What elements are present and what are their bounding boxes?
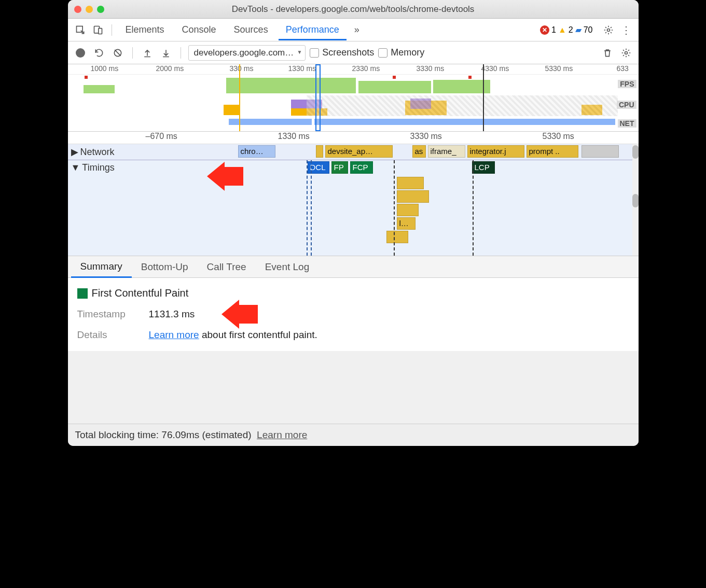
divider	[132, 47, 133, 59]
details-row: Details Learn more about first contentfu…	[77, 329, 629, 341]
warning-count: 2	[569, 25, 573, 35]
recording-selector[interactable]: developers.google.com…	[188, 45, 306, 61]
detail-tabs: Summary Bottom-Up Call Tree Event Log	[68, 256, 639, 278]
spacer	[68, 351, 639, 424]
tab-sources[interactable]: Sources	[227, 19, 275, 40]
timings-track-label[interactable]: ▼ Timings	[71, 162, 115, 173]
marker-dashed	[394, 160, 395, 256]
device-toolbar-icon[interactable]	[91, 23, 105, 37]
timing-lcp[interactable]: LCP	[472, 161, 495, 174]
svg-line-5	[115, 50, 121, 56]
devtools-window: DevTools - developers.google.com/web/too…	[68, 0, 639, 446]
svg-point-3	[607, 29, 610, 31]
marker-line	[239, 64, 240, 131]
annotation-arrow-icon	[222, 300, 258, 329]
timing-task5[interactable]	[386, 231, 408, 243]
tbt-text: Total blocking time: 76.09ms (estimated)	[75, 429, 252, 440]
timing-task3[interactable]	[397, 204, 419, 216]
net-row	[68, 118, 617, 127]
svg-rect-2	[98, 28, 102, 34]
settings-icon[interactable]	[601, 23, 616, 37]
inspect-element-icon[interactable]	[73, 23, 88, 37]
overview-ticks: 1000 ms 2000 ms 330 ms 1330 ms 2330 ms 3…	[68, 64, 639, 75]
fps-label: FPS	[618, 80, 636, 88]
fps-row	[68, 76, 617, 94]
titlebar: DevTools - developers.google.com/web/too…	[68, 0, 639, 19]
screenshots-checkbox[interactable]: Screenshots	[310, 47, 374, 58]
console-counts[interactable]: ✕ 1 ▲ 2 ▰ 70	[540, 25, 592, 35]
tab-event-log[interactable]: Event Log	[256, 256, 319, 278]
cpu-label: CPU	[617, 101, 636, 109]
scrollbar[interactable]	[632, 144, 639, 256]
record-button[interactable]	[73, 46, 88, 60]
overview-timeline[interactable]: 1000 ms 2000 ms 330 ms 1330 ms 2330 ms 3…	[68, 64, 639, 132]
event-title: First Contentful Paint	[77, 287, 629, 299]
scrollbar-thumb[interactable]	[632, 194, 639, 207]
timing-task4[interactable]: l…	[397, 217, 416, 230]
overview-selection[interactable]	[315, 64, 321, 131]
timings-track: ▼ Timings DCL FP FCP LCP l…	[68, 160, 632, 256]
summary-panel: First Contentful Paint Timestamp 1131.3 …	[68, 278, 639, 351]
scrollbar-thumb[interactable]	[632, 145, 639, 159]
tab-bottom-up[interactable]: Bottom-Up	[132, 256, 198, 278]
timing-task2[interactable]	[397, 190, 429, 203]
clear-button[interactable]	[110, 46, 125, 60]
timestamp-label: Timestamp	[77, 309, 134, 320]
timing-fcp[interactable]: FCP	[350, 161, 373, 174]
load-profile-icon[interactable]	[140, 46, 155, 60]
network-track: ▶ Network chro… devsite_ap… as iframe_ i…	[68, 144, 632, 160]
net-block-gray[interactable]	[582, 145, 619, 158]
svg-point-6	[625, 51, 627, 54]
net-block-as[interactable]: as	[412, 145, 426, 158]
fcp-color-swatch	[77, 288, 88, 299]
flame-chart[interactable]: –670 ms 1330 ms 3330 ms 5330 ms ▶ Networ…	[68, 132, 639, 256]
annotation-arrow-icon	[207, 162, 243, 191]
performance-toolbar: developers.google.com… Screenshots Memor…	[68, 41, 639, 64]
warning-icon: ▲	[558, 25, 566, 35]
tab-call-tree[interactable]: Call Tree	[198, 256, 256, 278]
tab-summary[interactable]: Summary	[71, 256, 132, 278]
kebab-menu-icon[interactable]: ⋮	[619, 23, 633, 37]
svg-marker-7	[207, 162, 243, 191]
main-toolbar: Elements Console Sources Performance » ✕…	[68, 19, 639, 41]
marker-dashed	[473, 160, 474, 256]
network-track-label[interactable]: ▶ Network	[71, 146, 115, 158]
message-icon: ▰	[575, 25, 582, 35]
details-label: Details	[77, 329, 134, 341]
timing-task1[interactable]	[397, 177, 424, 189]
divider	[112, 24, 112, 36]
tbt-learn-more-link[interactable]: Learn more	[257, 429, 307, 440]
details-text: about first contentful paint.	[199, 329, 317, 340]
tab-performance[interactable]: Performance	[279, 19, 347, 40]
timing-fp[interactable]: FP	[331, 161, 348, 174]
timestamp-row: Timestamp 1131.3 ms	[77, 309, 629, 320]
error-icon: ✕	[540, 25, 549, 35]
delete-icon[interactable]	[600, 46, 615, 60]
divider	[181, 47, 181, 59]
tab-console[interactable]: Console	[175, 19, 224, 40]
learn-more-link[interactable]: Learn more	[149, 329, 199, 340]
tab-elements[interactable]: Elements	[118, 19, 172, 40]
net-block-iframe[interactable]: iframe_	[428, 145, 465, 158]
cpu-row	[68, 95, 617, 116]
net-block-chro[interactable]: chro…	[238, 145, 275, 158]
tbt-status-bar: Total blocking time: 76.09ms (estimated)…	[68, 424, 639, 446]
save-profile-icon[interactable]	[159, 46, 173, 60]
net-block-devsite[interactable]: devsite_ap…	[325, 145, 393, 158]
memory-checkbox[interactable]: Memory	[378, 47, 424, 58]
marker-dashed	[311, 160, 312, 256]
error-count: 1	[551, 25, 556, 35]
reload-record-button[interactable]	[92, 46, 106, 60]
capture-settings-icon[interactable]	[619, 46, 633, 60]
window-title: DevTools - developers.google.com/web/too…	[68, 4, 639, 15]
net-label: NET	[618, 119, 636, 128]
marker-dashed	[307, 160, 308, 256]
flame-ticks: –670 ms 1330 ms 3330 ms 5330 ms	[68, 132, 639, 144]
net-block-small[interactable]	[316, 145, 323, 158]
net-block-integrator[interactable]: integrator.j	[467, 145, 524, 158]
message-count: 70	[584, 25, 593, 35]
net-block-prompt[interactable]: prompt ..	[527, 145, 578, 158]
svg-marker-8	[222, 300, 258, 329]
more-tabs-icon[interactable]: »	[350, 23, 364, 37]
timestamp-value: 1131.3 ms	[149, 309, 195, 320]
